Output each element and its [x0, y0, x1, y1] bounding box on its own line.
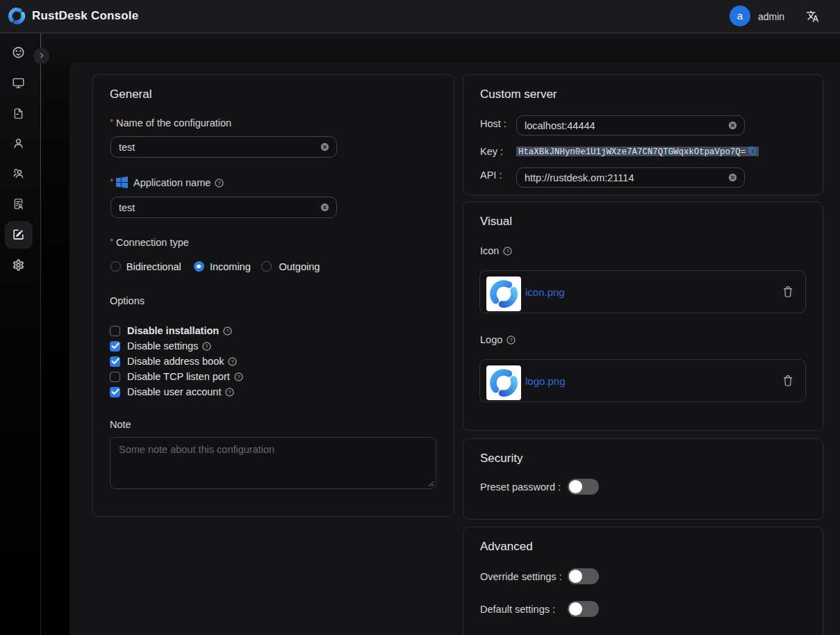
svg-text:?: ?: [231, 358, 235, 365]
svg-text:?: ?: [229, 389, 232, 395]
svg-text:?: ?: [218, 180, 222, 186]
svg-text:?: ?: [507, 248, 510, 254]
svg-text:?: ?: [510, 337, 513, 343]
svg-text:?: ?: [206, 343, 209, 349]
svg-text:?: ?: [226, 328, 229, 334]
svg-text:?: ?: [237, 374, 240, 380]
